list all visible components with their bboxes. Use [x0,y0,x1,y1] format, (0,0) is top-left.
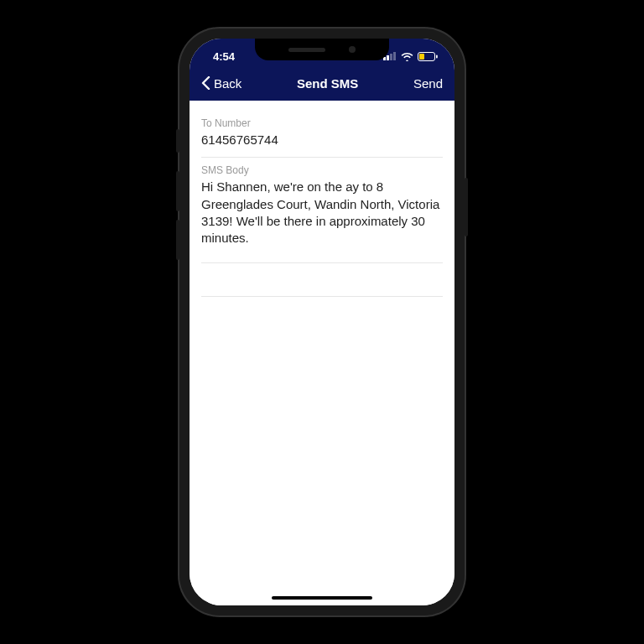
home-indicator[interactable] [272,596,372,600]
front-camera [349,46,356,53]
form-content: To Number 61456765744 SMS Body Hi Shanne… [190,101,454,605]
sms-body-field[interactable]: SMS Body Hi Shannen, we're on the ay to … [201,158,443,263]
svg-rect-1 [387,55,389,60]
back-label: Back [214,76,242,91]
status-time: 4:54 [206,50,235,63]
status-indicators [383,52,438,61]
to-number-value[interactable]: 61456765744 [201,132,443,148]
nav-bar: Back Send SMS Send [190,67,454,101]
svg-rect-3 [393,52,396,60]
svg-rect-5 [436,55,438,58]
battery-icon [418,52,438,61]
send-button[interactable]: Send [413,76,443,91]
divider [201,263,443,297]
mute-switch [176,129,179,153]
volume-down-button [176,220,179,260]
phone-frame: 4:54 [179,29,465,615]
wifi-icon [401,52,413,61]
speaker-grille [288,48,325,52]
screen: 4:54 [190,39,454,605]
svg-rect-2 [390,54,392,60]
page-title: Send SMS [297,76,358,91]
notch [255,39,389,60]
to-number-field[interactable]: To Number 61456765744 [201,111,443,158]
sms-body-label: SMS Body [201,164,443,176]
volume-up-button [176,171,179,211]
to-number-label: To Number [201,117,443,129]
sms-body-value[interactable]: Hi Shannen, we're on the ay to 8 Greengl… [201,179,443,254]
svg-rect-6 [419,54,424,60]
back-button[interactable]: Back [201,76,242,91]
power-button [465,178,468,236]
chevron-left-icon [201,76,210,90]
